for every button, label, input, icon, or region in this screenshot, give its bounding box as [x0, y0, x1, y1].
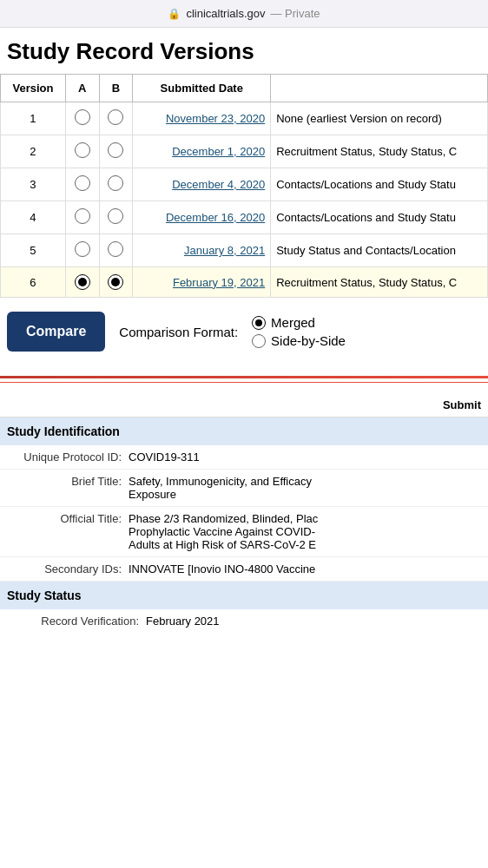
page-content: Study Record Versions Version A B Submit…	[0, 28, 488, 633]
format-merged[interactable]: Merged	[252, 315, 346, 330]
radio-a-outer-6[interactable]	[75, 274, 90, 290]
submit-header: Submit	[0, 393, 488, 418]
date-row-2[interactable]: December 1, 2020	[133, 135, 271, 168]
compare-section: Compare Comparison Format: Merged Side-b…	[0, 298, 488, 365]
radio-a-row-5[interactable]	[65, 234, 99, 267]
version-num-5: 5	[1, 234, 66, 267]
red-divider-bottom	[0, 382, 488, 383]
field-secondary-ids: Secondary IDs: INNOVATE [Inovio INO-4800…	[0, 557, 488, 582]
radio-a-dot-6	[78, 278, 87, 286]
date-row-4[interactable]: December 16, 2020	[133, 201, 271, 234]
page-title: Study Record Versions	[0, 28, 488, 74]
radio-a-row-1[interactable]	[65, 102, 99, 135]
red-divider-top	[0, 376, 488, 378]
radio-a-outer-2[interactable]	[75, 142, 90, 158]
side-by-side-label: Side-by-Side	[271, 333, 346, 348]
col-header-submitted: Submitted Date	[133, 75, 271, 102]
radio-b-outer-6[interactable]	[108, 274, 123, 290]
compare-button[interactable]: Compare	[7, 312, 105, 352]
section-status: Study Status	[0, 582, 488, 609]
radio-b-outer-4[interactable]	[108, 208, 123, 224]
date-link-2[interactable]: December 1, 2020	[172, 145, 265, 158]
merged-radio-dot	[255, 319, 262, 326]
radio-a-row-6[interactable]	[65, 267, 99, 298]
section-identification: Study Identification	[0, 418, 488, 445]
unique-protocol-label: Unique Protocol ID:	[7, 450, 129, 464]
radio-b-row-6[interactable]	[99, 267, 133, 298]
radio-b-row-5[interactable]	[99, 234, 133, 267]
brief-title-value: Safety, Immunogenicity, and EfficacyExpo…	[129, 475, 481, 501]
date-link-4[interactable]: December 16, 2020	[166, 211, 265, 224]
version-num-3: 3	[1, 168, 66, 201]
radio-b-row-3[interactable]	[99, 168, 133, 201]
table-row: 5January 8, 2021Study Status and Contact…	[1, 234, 488, 267]
official-title-label: Official Title:	[7, 512, 129, 525]
merged-label: Merged	[271, 315, 315, 330]
date-link-1[interactable]: November 23, 2020	[166, 112, 265, 125]
date-row-3[interactable]: December 4, 2020	[133, 168, 271, 201]
changes-row-4: Contacts/Locations and Study Statu	[271, 201, 488, 234]
section-identification-prefix: S	[7, 424, 15, 438]
radio-a-row-2[interactable]	[65, 135, 99, 168]
table-row: 4December 16, 2020Contacts/Locations and…	[1, 201, 488, 234]
radio-a-outer-5[interactable]	[75, 241, 90, 257]
field-unique-protocol: Unique Protocol ID: COVID19-311	[0, 445, 488, 470]
table-row: 2December 1, 2020Recruitment Status, Stu…	[1, 135, 488, 168]
record-verify-value: February 2021	[146, 615, 220, 628]
col-header-version: Version	[1, 75, 66, 102]
field-brief-title: Brief Title: Safety, Immunogenicity, and…	[0, 470, 488, 507]
radio-a-row-3[interactable]	[65, 168, 99, 201]
table-row: 1November 23, 2020None (earliest Version…	[1, 102, 488, 135]
secondary-ids-value: INNOVATE [Inovio INO-4800 Vaccine	[129, 562, 481, 575]
versions-table: Version A B Submitted Date 1November 23,…	[0, 74, 488, 298]
radio-b-outer-3[interactable]	[108, 175, 123, 191]
date-row-5[interactable]: January 8, 2021	[133, 234, 271, 267]
col-header-changes	[271, 75, 488, 102]
table-row: 3December 4, 2020Contacts/Locations and …	[1, 168, 488, 201]
radio-a-outer-4[interactable]	[75, 208, 90, 224]
version-num-1: 1	[1, 102, 66, 135]
radio-a-outer-3[interactable]	[75, 175, 90, 191]
private-label: — Private	[270, 7, 320, 20]
date-link-6[interactable]: February 19, 2021	[173, 276, 265, 289]
format-side-by-side[interactable]: Side-by-Side	[252, 333, 346, 348]
radio-b-outer-5[interactable]	[108, 241, 123, 257]
record-verify-label: Record Verification:	[7, 615, 146, 628]
date-link-5[interactable]: January 8, 2021	[184, 244, 265, 257]
browser-bar: 🔒 clinicaltrials.gov — Private	[0, 0, 488, 28]
side-by-side-radio[interactable]	[252, 334, 266, 348]
col-header-a: A	[65, 75, 99, 102]
date-link-3[interactable]: December 4, 2020	[172, 178, 265, 191]
brief-title-label: Brief Title:	[7, 475, 129, 488]
date-row-1[interactable]: November 23, 2020	[133, 102, 271, 135]
radio-b-row-2[interactable]	[99, 135, 133, 168]
official-title-value: Phase 2/3 Randomized, Blinded, PlacProph…	[129, 512, 481, 551]
secondary-ids-label: Secondary IDs:	[7, 562, 129, 575]
changes-row-1: None (earliest Version on record)	[271, 102, 488, 135]
radio-a-row-4[interactable]	[65, 201, 99, 234]
changes-row-6: Recruitment Status, Study Status, C	[271, 267, 488, 298]
version-num-6: 6	[1, 267, 66, 298]
date-row-6[interactable]: February 19, 2021	[133, 267, 271, 298]
lock-icon: 🔒	[168, 8, 181, 20]
study-details: Submit Study Identification Unique Proto…	[0, 393, 488, 633]
radio-b-dot-6	[111, 278, 120, 286]
comparison-format-label: Comparison Format:	[119, 325, 238, 339]
version-num-4: 4	[1, 201, 66, 234]
section-status-prefix: S	[7, 589, 15, 602]
radio-b-row-4[interactable]	[99, 201, 133, 234]
radio-b-row-1[interactable]	[99, 102, 133, 135]
radio-a-outer-1[interactable]	[75, 109, 90, 125]
field-official-title: Official Title: Phase 2/3 Randomized, Bl…	[0, 507, 488, 557]
radio-b-outer-1[interactable]	[108, 109, 123, 125]
changes-row-2: Recruitment Status, Study Status, C	[271, 135, 488, 168]
field-record-verification: Record Verification: February 2021	[0, 609, 488, 633]
col-header-b: B	[99, 75, 133, 102]
url-text: clinicaltrials.gov	[186, 7, 265, 20]
radio-b-outer-2[interactable]	[108, 142, 123, 158]
version-num-2: 2	[1, 135, 66, 168]
merged-radio[interactable]	[252, 316, 266, 330]
table-row: 6February 19, 2021Recruitment Status, St…	[1, 267, 488, 298]
changes-row-3: Contacts/Locations and Study Statu	[271, 168, 488, 201]
changes-row-5: Study Status and Contacts/Location	[271, 234, 488, 267]
